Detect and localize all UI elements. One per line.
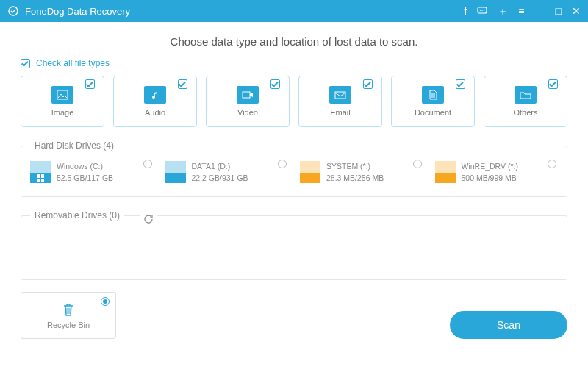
audio-icon <box>144 86 166 104</box>
drive-item[interactable]: SYSTEM (*:)28.3 MB/256 MB <box>300 161 423 192</box>
drive-radio[interactable] <box>143 160 152 168</box>
window-controls: f ＋ ≡ — □ ✕ <box>464 6 581 16</box>
drive-info: WinRE_DRV (*:)500 MB/999 MB <box>462 161 518 185</box>
hard-disk-group: Hard Disk Drives (4) Windows (C:)52.5 GB… <box>21 140 567 197</box>
refresh-icon[interactable] <box>140 214 157 224</box>
drive-name: Windows (C:) <box>57 161 113 173</box>
type-label: Document <box>415 108 451 117</box>
drive-radio[interactable] <box>278 160 287 168</box>
recycle-bin-card[interactable]: Recycle Bin <box>21 292 116 339</box>
feedback-icon[interactable] <box>477 6 487 16</box>
svg-point-4 <box>484 10 485 11</box>
type-checkbox[interactable] <box>548 79 558 89</box>
hard-disk-list: Windows (C:)52.5 GB/117 GBDATA1 (D:)22.2… <box>30 161 558 192</box>
image-icon <box>51 86 74 104</box>
svg-point-2 <box>480 10 481 11</box>
type-label: Others <box>513 108 537 117</box>
svg-rect-8 <box>335 92 345 99</box>
drive-info: SYSTEM (*:)28.3 MB/256 MB <box>326 161 384 185</box>
disk-icon <box>165 161 186 183</box>
type-label: Email <box>330 108 351 117</box>
drive-size: 22.2 GB/931 GB <box>192 173 248 185</box>
drive-item[interactable]: WinRE_DRV (*:)500 MB/999 MB <box>435 161 559 192</box>
drive-name: WinRE_DRV (*:) <box>462 161 518 173</box>
app-title: FoneDog Data Recovery <box>25 6 464 17</box>
type-card-document[interactable]: Document <box>391 76 475 127</box>
document-icon <box>422 86 444 104</box>
app-logo-icon <box>7 5 19 17</box>
svg-point-6 <box>152 96 155 99</box>
video-icon <box>237 86 259 104</box>
check-all-checkbox[interactable] <box>21 59 30 68</box>
type-card-audio[interactable]: Audio <box>113 76 197 127</box>
check-all-label: Check all file types <box>36 58 110 68</box>
maximize-icon[interactable]: □ <box>556 6 562 16</box>
type-label: Image <box>51 108 74 117</box>
drive-info: Windows (C:)52.5 GB/117 GB <box>57 161 113 185</box>
type-label: Video <box>237 108 258 117</box>
removable-body <box>30 231 558 275</box>
scan-button[interactable]: Scan <box>450 311 567 339</box>
titlebar: FoneDog Data Recovery f ＋ ≡ — □ ✕ <box>0 0 588 22</box>
type-card-video[interactable]: Video <box>206 76 290 127</box>
removable-legend: Removable Drives (0) <box>30 210 124 221</box>
file-types-row: Image Audio Video Email Document <box>21 76 567 127</box>
drive-name: SYSTEM (*:) <box>326 161 384 173</box>
type-label: Audio <box>145 108 165 117</box>
hard-disk-legend: Hard Disk Drives (4) <box>30 140 118 151</box>
type-checkbox[interactable] <box>178 79 187 89</box>
main-content: Choose data type and location of lost da… <box>0 22 588 386</box>
type-card-image[interactable]: Image <box>21 76 104 127</box>
scan-button-label: Scan <box>497 319 520 331</box>
drive-size: 28.3 MB/256 MB <box>326 173 384 185</box>
drive-item[interactable]: Windows (C:)52.5 GB/117 GB <box>30 161 154 192</box>
headline: Choose data type and location of lost da… <box>21 35 567 48</box>
removable-group: Removable Drives (0) <box>21 210 567 280</box>
recycle-radio[interactable] <box>101 297 110 306</box>
bottom-row: Recycle Bin Scan <box>21 292 567 339</box>
type-card-email[interactable]: Email <box>298 76 382 127</box>
check-all-row[interactable]: Check all file types <box>21 58 567 68</box>
svg-point-3 <box>482 10 484 11</box>
type-checkbox[interactable] <box>85 79 95 89</box>
facebook-icon[interactable]: f <box>464 6 467 16</box>
drive-name: DATA1 (D:) <box>192 161 248 173</box>
drive-item[interactable]: DATA1 (D:)22.2 GB/931 GB <box>165 161 289 192</box>
drive-size: 500 MB/999 MB <box>462 173 518 185</box>
disk-icon <box>30 161 51 183</box>
close-icon[interactable]: ✕ <box>572 6 581 16</box>
svg-rect-7 <box>243 92 250 98</box>
type-checkbox[interactable] <box>270 79 280 89</box>
trash-icon <box>60 301 76 318</box>
menu-icon[interactable]: ≡ <box>518 6 524 16</box>
drive-radio[interactable] <box>548 160 556 168</box>
drive-info: DATA1 (D:)22.2 GB/931 GB <box>192 161 248 185</box>
minimize-icon[interactable]: — <box>535 6 545 16</box>
app-window: FoneDog Data Recovery f ＋ ≡ — □ ✕ Choose… <box>0 0 588 386</box>
drive-radio[interactable] <box>413 160 422 168</box>
svg-rect-5 <box>57 90 68 99</box>
others-icon <box>514 86 537 104</box>
type-card-others[interactable]: Others <box>484 76 567 127</box>
email-icon <box>329 86 351 104</box>
type-checkbox[interactable] <box>456 79 465 89</box>
disk-icon <box>435 161 456 183</box>
disk-icon <box>300 161 320 183</box>
plus-icon[interactable]: ＋ <box>498 6 508 16</box>
drive-size: 52.5 GB/117 GB <box>57 173 113 185</box>
recycle-label: Recycle Bin <box>47 321 90 329</box>
type-checkbox[interactable] <box>363 79 373 89</box>
